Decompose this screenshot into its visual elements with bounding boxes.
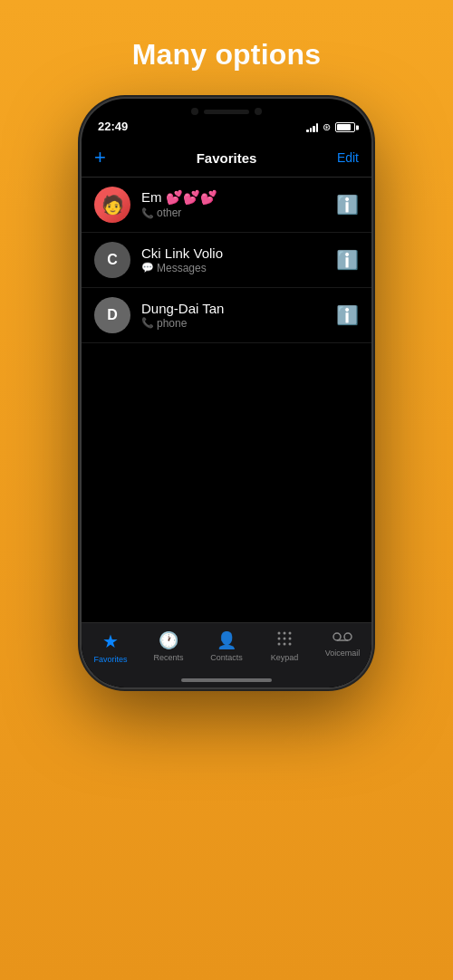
status-time: 22:49 xyxy=(98,120,128,133)
avatar-dung: D xyxy=(94,297,130,333)
svg-point-1 xyxy=(284,632,286,635)
info-button-dung[interactable]: ℹ️ xyxy=(336,304,359,326)
signal-icon xyxy=(306,123,318,132)
svg-point-8 xyxy=(289,643,292,646)
contact-sub-em: 📞 other xyxy=(141,207,336,219)
wifi-icon: ⊛ xyxy=(323,121,331,133)
recents-label: Recents xyxy=(153,653,183,662)
nav-title: Favorites xyxy=(197,150,257,166)
edit-button[interactable]: Edit xyxy=(337,150,359,165)
recents-icon: 🕐 xyxy=(159,630,178,650)
phone-icon-em: 📞 xyxy=(141,207,154,219)
phone-shell: 22:49 ⊛ + Favorites Edit xyxy=(82,99,371,687)
keypad-label: Keypad xyxy=(271,653,299,662)
message-icon-cki: 💬 xyxy=(141,262,154,274)
contact-row-em[interactable]: 🧑 Em 💕💕💕 📞 other ℹ️ xyxy=(82,178,371,233)
voicemail-icon xyxy=(333,630,352,646)
contact-row-dung[interactable]: D Dung-Dai Tan 📞 phone ℹ️ xyxy=(82,288,371,343)
contacts-label: Contacts xyxy=(210,653,243,662)
favorites-icon: ★ xyxy=(102,630,119,652)
contact-row-cki[interactable]: C Cki Link Volio 💬 Messages ℹ️ xyxy=(82,233,371,288)
svg-point-6 xyxy=(278,643,281,646)
screen-content: + Favorites Edit 🧑 Em 💕💕💕 📞 other ℹ️ xyxy=(82,139,371,687)
contact-name-dung: Dung-Dai Tan xyxy=(141,301,336,316)
contact-info-cki: Cki Link Volio 💬 Messages xyxy=(141,245,336,274)
svg-point-9 xyxy=(333,633,341,640)
battery-icon xyxy=(335,122,355,132)
phone-icon-dung: 📞 xyxy=(141,317,154,329)
contacts-icon: 👤 xyxy=(217,630,236,650)
contact-name-em: Em 💕💕💕 xyxy=(141,189,336,206)
notch xyxy=(168,99,285,124)
page-title: Many options xyxy=(132,38,322,72)
svg-point-5 xyxy=(289,638,292,640)
svg-point-10 xyxy=(344,633,352,640)
tab-contacts[interactable]: 👤 Contacts xyxy=(202,630,252,662)
svg-point-3 xyxy=(278,638,281,640)
contact-name-cki: Cki Link Volio xyxy=(141,245,336,261)
contact-info-em: Em 💕💕💕 📞 other xyxy=(141,189,336,219)
voicemail-label: Voicemail xyxy=(325,649,361,658)
add-favorite-button[interactable]: + xyxy=(94,146,106,169)
info-button-cki[interactable]: ℹ️ xyxy=(336,249,359,271)
contact-info-dung: Dung-Dai Tan 📞 phone xyxy=(141,301,336,330)
status-icons: ⊛ xyxy=(306,121,355,133)
nav-header: + Favorites Edit xyxy=(82,139,371,177)
avatar-cki: C xyxy=(94,242,130,278)
contact-sub-cki: 💬 Messages xyxy=(141,262,336,274)
tab-keypad[interactable]: Keypad xyxy=(260,630,310,662)
info-button-em[interactable]: ℹ️ xyxy=(336,194,359,216)
home-indicator xyxy=(181,678,272,682)
phone-screen: 22:49 ⊛ + Favorites Edit xyxy=(82,99,371,687)
avatar-em: 🧑 xyxy=(94,187,130,223)
favorites-label: Favorites xyxy=(93,655,127,664)
svg-point-4 xyxy=(284,638,286,640)
svg-point-7 xyxy=(284,643,286,646)
svg-point-0 xyxy=(278,632,281,635)
contact-sub-dung: 📞 phone xyxy=(141,317,336,330)
tab-voicemail[interactable]: Voicemail xyxy=(318,630,368,658)
svg-point-2 xyxy=(289,632,292,635)
keypad-icon xyxy=(276,630,293,650)
tab-favorites[interactable]: ★ Favorites xyxy=(86,630,136,664)
tab-recents[interactable]: 🕐 Recents xyxy=(144,630,194,662)
